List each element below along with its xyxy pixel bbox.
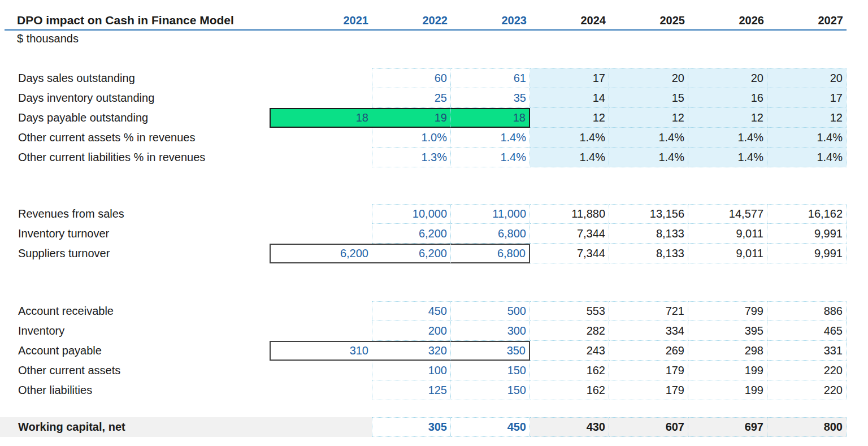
cell-2024: 17: [530, 68, 609, 88]
cell-2027: 465: [767, 321, 847, 341]
cell-2021-white-input[interactable]: 310: [270, 341, 372, 361]
row-label: Inventory: [0, 321, 270, 341]
cell-2027: 12: [767, 108, 847, 128]
row-inventory: Inventory 200 300 282 334 395 465: [0, 321, 868, 341]
cell-2022[interactable]: 25: [372, 88, 451, 108]
row-label: Revenues from sales: [0, 204, 270, 224]
cell-2027: 220: [767, 361, 847, 380]
cell-2027: 800: [767, 417, 847, 437]
cell-2024: 12: [530, 108, 609, 128]
cell-2025: 12: [609, 108, 688, 128]
cell-2021: [270, 380, 372, 400]
row-label: Other current liabilities % in revenues: [0, 148, 270, 167]
cell-2022[interactable]: 60: [372, 68, 451, 88]
row-days-inventory-outstanding: Days inventory outstanding 25 35 14 15 1…: [0, 88, 868, 108]
cell-2022-white-input[interactable]: 6,200: [372, 244, 451, 263]
cell-2024: 7,344: [530, 244, 609, 263]
cell-2023[interactable]: 1.4%: [451, 148, 530, 167]
cell-2024: 11,880: [530, 204, 609, 224]
cell-2025: 1.4%: [609, 128, 688, 148]
cell-2023[interactable]: 450: [451, 417, 530, 437]
finance-model-sheet: DPO impact on Cash in Finance Model 2021…: [0, 11, 868, 437]
cell-2026: 199: [688, 380, 767, 400]
cell-2024: 162: [530, 380, 609, 400]
row-label: Account payable: [0, 341, 270, 361]
cell-2024: 162: [530, 361, 609, 380]
row-label: Other current assets: [0, 361, 270, 380]
cell-2026: 9,011: [688, 244, 767, 263]
cell-2026: 199: [688, 361, 767, 380]
cell-2026: 20: [688, 68, 767, 88]
cell-2023-white-input[interactable]: 350: [451, 341, 530, 361]
cell-2027: 220: [767, 380, 847, 400]
row-label: Days payable outstanding: [0, 108, 270, 128]
cell-2026: 9,011: [688, 224, 767, 244]
cell-2022[interactable]: 1.0%: [372, 128, 451, 148]
cell-2025: 179: [609, 361, 688, 380]
cell-2027: 17: [767, 88, 847, 108]
cell-2025: 8,133: [609, 244, 688, 263]
cell-2024: 282: [530, 321, 609, 341]
cell-2026: 697: [688, 417, 767, 437]
cell-2022-white-input[interactable]: 320: [372, 341, 451, 361]
cell-2025: 8,133: [609, 224, 688, 244]
cell-2023[interactable]: 150: [451, 380, 530, 400]
cell-2027: 331: [767, 341, 847, 361]
cell-2024: 1.4%: [530, 148, 609, 167]
page-title: DPO impact on Cash in Finance Model: [0, 14, 270, 27]
cell-2022-green-input[interactable]: 19: [372, 108, 451, 128]
cell-2022[interactable]: 200: [372, 321, 451, 341]
cell-2025: 13,156: [609, 204, 688, 224]
row-account-receivable: Account receivable 450 500 553 721 799 8…: [0, 301, 868, 321]
cell-2021: [270, 361, 372, 380]
cell-2027: 9,991: [767, 224, 847, 244]
cell-2025: 20: [609, 68, 688, 88]
cell-2023[interactable]: 35: [451, 88, 530, 108]
cell-2022[interactable]: 450: [372, 301, 451, 321]
row-other-liabilities: Other liabilities 125 150 162 179 199 22…: [0, 380, 868, 400]
cell-2021: [270, 148, 372, 167]
cell-2023[interactable]: 11,000: [451, 204, 530, 224]
cell-2023-white-input[interactable]: 6,800: [451, 244, 530, 263]
cell-2023[interactable]: 61: [451, 68, 530, 88]
cell-2022[interactable]: 6,200: [372, 224, 451, 244]
cell-2023[interactable]: 1.4%: [451, 128, 530, 148]
cell-2022[interactable]: 10,000: [372, 204, 451, 224]
cell-2027: 20: [767, 68, 847, 88]
spacer: [0, 263, 868, 301]
cell-2023[interactable]: 500: [451, 301, 530, 321]
row-suppliers-turnover: Suppliers turnover 6,200 6,200 6,800 7,3…: [0, 244, 868, 263]
cell-2022[interactable]: 1.3%: [372, 148, 451, 167]
year-header-2022: 2022: [372, 14, 451, 27]
cell-2027: 1.4%: [767, 128, 847, 148]
row-label: Days inventory outstanding: [0, 88, 270, 108]
cell-2021: [270, 417, 372, 437]
row-inventory-turnover: Inventory turnover 6,200 6,800 7,344 8,1…: [0, 224, 868, 244]
cell-2024: 430: [530, 417, 609, 437]
cell-2023[interactable]: 300: [451, 321, 530, 341]
cell-2026: 16: [688, 88, 767, 108]
cell-2025: 269: [609, 341, 688, 361]
cell-2024: 7,344: [530, 224, 609, 244]
cell-2022[interactable]: 100: [372, 361, 451, 380]
cell-2027: 886: [767, 301, 847, 321]
cell-2024: 1.4%: [530, 128, 609, 148]
cell-2023-green-input[interactable]: 18: [451, 108, 530, 128]
year-header-2023: 2023: [451, 14, 530, 27]
header-underline: [5, 29, 847, 31]
cell-2021: [270, 68, 372, 88]
cell-2022[interactable]: 125: [372, 380, 451, 400]
cell-2022[interactable]: 305: [372, 417, 451, 437]
cell-2024: 553: [530, 301, 609, 321]
cell-2021-green-input[interactable]: 18: [270, 108, 372, 128]
spacer: [0, 48, 868, 68]
row-account-payable: Account payable 310 320 350 243 269 298 …: [0, 341, 868, 361]
cell-2021-white-input[interactable]: 6,200: [270, 244, 372, 263]
cell-2027: 9,991: [767, 244, 847, 263]
cell-2027: 1.4%: [767, 148, 847, 167]
cell-2023[interactable]: 6,800: [451, 224, 530, 244]
cell-2024: 14: [530, 88, 609, 108]
cell-2025: 1.4%: [609, 148, 688, 167]
cell-2026: 1.4%: [688, 128, 767, 148]
cell-2023[interactable]: 150: [451, 361, 530, 380]
